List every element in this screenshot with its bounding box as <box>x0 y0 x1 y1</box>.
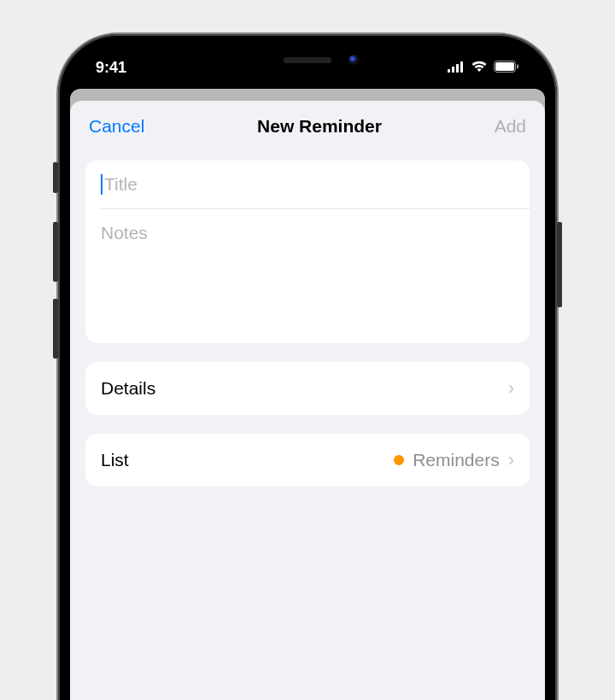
side-button-power <box>557 222 562 307</box>
sheet-backdrop: Cancel New Reminder Add <box>70 89 545 700</box>
title-notes-card <box>85 160 530 343</box>
notch <box>222 46 393 73</box>
list-card: List Reminders › <box>85 434 530 487</box>
side-button-volume-up <box>53 222 58 282</box>
details-right: › <box>508 377 514 400</box>
details-label: Details <box>101 378 155 399</box>
side-button-volume-down <box>53 299 58 359</box>
status-time: 9:41 <box>96 59 126 77</box>
chevron-right-icon: › <box>508 377 514 400</box>
add-button[interactable]: Add <box>495 116 526 137</box>
list-label: List <box>101 450 129 470</box>
title-row <box>85 160 530 208</box>
status-right <box>448 59 519 77</box>
svg-rect-5 <box>495 62 514 71</box>
svg-rect-3 <box>460 61 463 73</box>
phone-frame: 9:41 <box>58 34 557 700</box>
front-camera <box>348 55 359 65</box>
phone-screen: 9:41 <box>70 46 545 700</box>
svg-rect-6 <box>517 64 518 68</box>
chevron-right-icon: › <box>508 449 514 471</box>
sheet-header: Cancel New Reminder Add <box>70 101 545 152</box>
details-card: Details › <box>85 362 530 415</box>
list-row[interactable]: List Reminders › <box>85 434 530 487</box>
new-reminder-sheet: Cancel New Reminder Add <box>70 101 545 700</box>
notes-input[interactable] <box>101 223 514 325</box>
notes-row <box>85 209 530 343</box>
svg-rect-0 <box>448 69 450 73</box>
list-color-dot <box>394 455 404 465</box>
wifi-icon <box>471 59 488 77</box>
cellular-icon <box>448 59 465 77</box>
sheet-body: Details › List Reminders › <box>70 152 545 700</box>
sheet-title: New Reminder <box>257 116 382 137</box>
svg-rect-2 <box>456 64 459 73</box>
list-right: Reminders › <box>394 449 514 471</box>
cancel-button[interactable]: Cancel <box>89 116 144 137</box>
list-value: Reminders <box>413 450 500 470</box>
speaker-grille <box>284 57 331 63</box>
details-row[interactable]: Details › <box>85 362 530 415</box>
title-input[interactable] <box>101 174 514 195</box>
side-button-silent <box>53 162 58 193</box>
battery-icon <box>494 59 519 77</box>
svg-rect-1 <box>452 67 454 73</box>
